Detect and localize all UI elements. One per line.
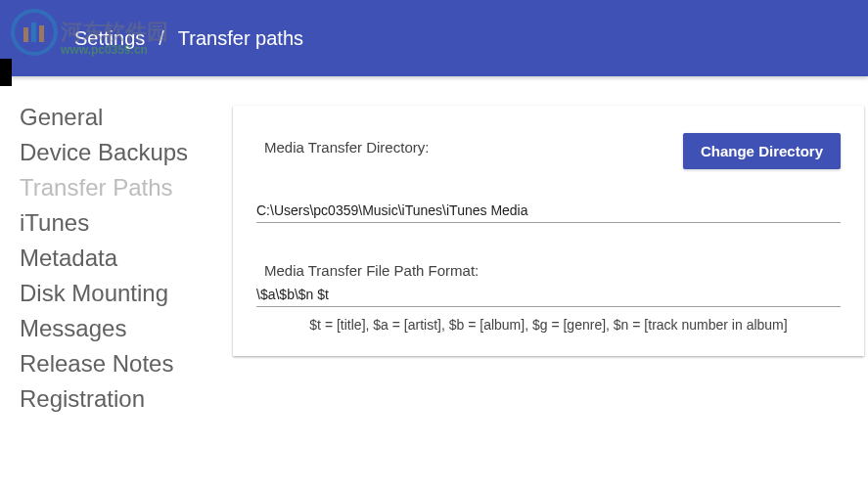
sidebar-item-itunes[interactable]: iTunes	[20, 205, 225, 241]
left-edge-marker	[0, 59, 12, 86]
directory-input[interactable]	[256, 197, 841, 223]
format-helper-text: $t = [title], $a = [artist], $b = [album…	[256, 317, 841, 333]
sidebar-item-disk-mounting[interactable]: Disk Mounting	[20, 276, 225, 311]
app-header: Settings / Transfer paths	[0, 0, 868, 76]
breadcrumb-separator: /	[159, 27, 164, 50]
change-directory-button[interactable]: Change Directory	[683, 133, 841, 169]
breadcrumb-current: Transfer paths	[178, 27, 303, 50]
sidebar-item-registration[interactable]: Registration	[20, 381, 225, 417]
settings-sidebar: General Device Backups Transfer Paths iT…	[20, 100, 225, 417]
directory-row: Media Transfer Directory: Change Directo…	[256, 133, 841, 169]
sidebar-item-transfer-paths[interactable]: Transfer Paths	[20, 170, 225, 205]
sidebar-item-metadata[interactable]: Metadata	[20, 241, 225, 276]
breadcrumb-root[interactable]: Settings	[74, 27, 145, 50]
transfer-paths-card: Media Transfer Directory: Change Directo…	[233, 106, 864, 356]
format-section: Media Transfer File Path Format: $t = [t…	[256, 256, 841, 333]
format-input[interactable]	[256, 281, 841, 307]
sidebar-item-device-backups[interactable]: Device Backups	[20, 135, 225, 170]
sidebar-item-messages[interactable]: Messages	[20, 311, 225, 346]
sidebar-item-general[interactable]: General	[20, 100, 225, 135]
sidebar-item-release-notes[interactable]: Release Notes	[20, 346, 225, 381]
breadcrumb: Settings / Transfer paths	[74, 27, 303, 50]
format-label: Media Transfer File Path Format:	[256, 256, 841, 279]
directory-label: Media Transfer Directory:	[256, 133, 429, 156]
